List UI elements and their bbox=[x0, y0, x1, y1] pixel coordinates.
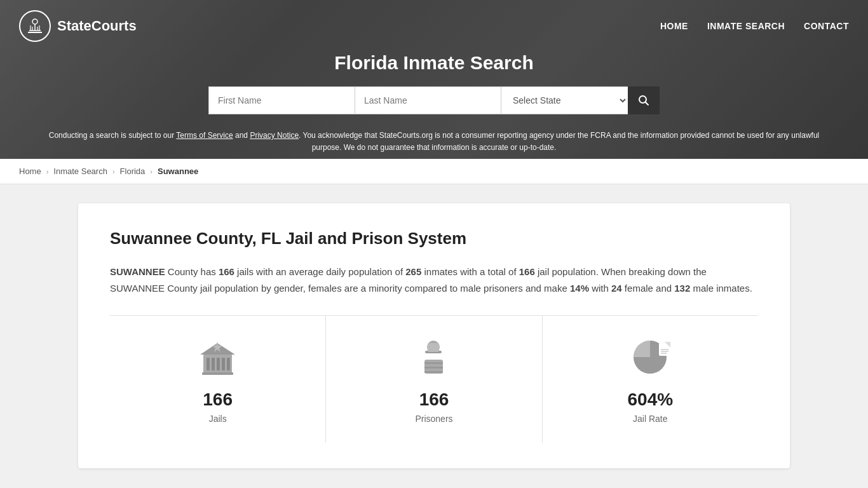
breadcrumb-home[interactable]: Home bbox=[19, 166, 41, 176]
jails-icon bbox=[196, 335, 240, 379]
jail-rate-number: 604% bbox=[628, 390, 674, 410]
logo-text: StateCourts bbox=[57, 18, 137, 34]
logo-icon bbox=[19, 10, 51, 42]
breadcrumb-current: Suwannee bbox=[158, 166, 198, 176]
content-card: Suwannee County, FL Jail and Prison Syst… bbox=[78, 203, 790, 468]
privacy-link[interactable]: Privacy Notice bbox=[250, 131, 299, 140]
jails-number: 166 bbox=[203, 390, 233, 410]
svg-rect-17 bbox=[227, 358, 230, 370]
nav-home[interactable]: HOME bbox=[660, 21, 688, 31]
main-nav: HOME INMATE SEARCH CONTACT bbox=[660, 21, 849, 31]
terms-link[interactable]: Terms of Service bbox=[176, 131, 233, 140]
search-form: Select StateAlabamaAlaskaArizonaArkansas… bbox=[180, 86, 688, 114]
last-name-input[interactable] bbox=[355, 86, 501, 114]
stat-jails: 166 Jails bbox=[110, 316, 326, 443]
svg-rect-21 bbox=[428, 343, 439, 352]
stat-prisoners: 166 Prisoners bbox=[326, 316, 542, 443]
breadcrumb: Home › Inmate Search › Florida › Suwanne… bbox=[0, 159, 868, 184]
site-logo[interactable]: StateCourts bbox=[19, 10, 137, 42]
first-name-input[interactable] bbox=[208, 86, 355, 114]
breadcrumb-sep-1: › bbox=[46, 168, 49, 175]
breadcrumb-sep-3: › bbox=[150, 168, 153, 175]
state-select[interactable]: Select StateAlabamaAlaskaArizonaArkansas… bbox=[501, 86, 628, 114]
search-button[interactable] bbox=[628, 86, 660, 114]
stat-jail-rate: 604% Jail Rate bbox=[543, 316, 758, 443]
svg-rect-24 bbox=[424, 367, 443, 369]
svg-rect-25 bbox=[424, 371, 443, 373]
svg-rect-13 bbox=[207, 358, 210, 370]
description-text: SUWANNEE County has 166 jails with an av… bbox=[110, 264, 758, 296]
page-title: Suwannee County, FL Jail and Prison Syst… bbox=[110, 229, 758, 248]
jails-label: Jails bbox=[209, 414, 227, 424]
svg-rect-18 bbox=[202, 372, 233, 375]
svg-rect-14 bbox=[212, 358, 215, 370]
svg-line-9 bbox=[646, 102, 649, 105]
top-bar: StateCourts HOME INMATE SEARCH CONTACT bbox=[0, 0, 868, 52]
svg-rect-16 bbox=[222, 358, 225, 370]
stats-row: 166 Jails bbox=[110, 315, 758, 443]
site-header: StateCourts HOME INMATE SEARCH CONTACT F… bbox=[0, 0, 868, 159]
prisoners-icon bbox=[412, 335, 456, 379]
hero-title: Florida Inmate Search bbox=[0, 52, 868, 74]
nav-inmate-search[interactable]: INMATE SEARCH bbox=[707, 21, 785, 31]
disclaimer-text: Conducting a search is subject to our Te… bbox=[0, 125, 868, 159]
svg-rect-15 bbox=[217, 358, 220, 370]
breadcrumb-state[interactable]: Florida bbox=[120, 166, 146, 176]
prisoners-number: 166 bbox=[419, 390, 449, 410]
breadcrumb-sep-2: › bbox=[112, 168, 115, 175]
prisoners-label: Prisoners bbox=[415, 414, 452, 424]
nav-contact[interactable]: CONTACT bbox=[804, 21, 849, 31]
svg-rect-23 bbox=[424, 362, 443, 364]
jail-rate-icon bbox=[628, 335, 672, 379]
breadcrumb-inmate-search[interactable]: Inmate Search bbox=[53, 166, 107, 176]
jail-rate-label: Jail Rate bbox=[633, 414, 667, 424]
main-content: Suwannee County, FL Jail and Prison Syst… bbox=[59, 203, 809, 468]
svg-point-0 bbox=[32, 19, 37, 24]
